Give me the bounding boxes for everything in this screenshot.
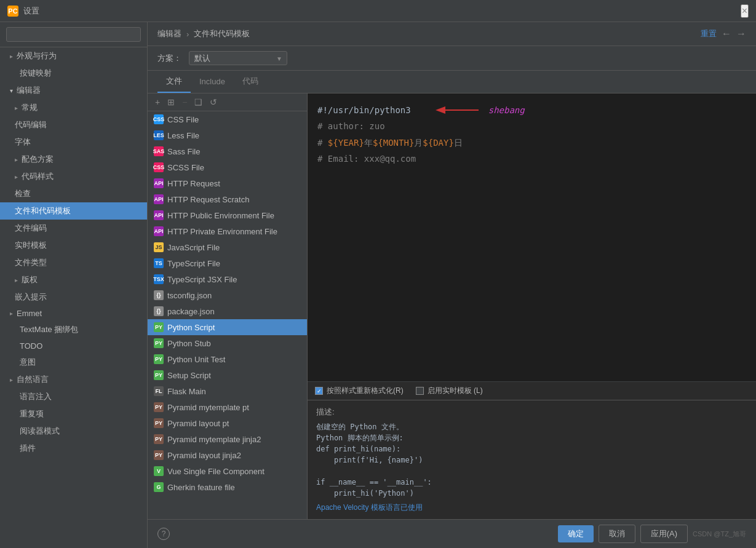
sidebar-item-14[interactable]: 嵌入提示 [0,288,147,306]
app-icon: PC [7,6,18,17]
sidebar-item-20[interactable]: 语言注入 [0,388,147,405]
sidebar-item-16[interactable]: TextMate 捆绑包 [0,321,147,338]
main-layout: ▸外观与行为按键映射▾编辑器▸常规代码编辑字体▸配色方案▸代码样式检查文件和代码… [0,22,756,548]
file-name-pyramidmt: Pyramid mytemplate pt [167,403,249,412]
file-item-sass[interactable]: SASSass File [148,143,307,159]
file-item-vue[interactable]: VVue Single File Component [148,463,307,479]
file-item-less[interactable]: LESLess File [148,127,307,143]
file-item-js[interactable]: JSJavaScript File [148,239,307,255]
file-item-setup[interactable]: PYSetup Script [148,367,307,383]
file-list-items: CSSCSS FileLESLess FileSASSass FileCSSSC… [148,111,307,519]
sidebar-item-10[interactable]: 文件编码 [0,220,147,237]
schema-select[interactable]: 默认 [189,51,287,65]
forward-button[interactable]: → [736,28,746,39]
close-button[interactable]: × [741,4,749,18]
live-template-checkbox[interactable] [416,387,424,395]
editor-code-area[interactable]: #!/usr/bin/python3 shebang [308,93,756,381]
duplicate-file-button[interactable]: ❑ [192,96,205,108]
file-name-pkg: package.json [167,307,215,316]
sidebar-item-23[interactable]: 插件 [0,440,147,457]
file-name-http: HTTP Request [167,179,220,188]
file-item-tsx[interactable]: TSXTypeScript JSX File [148,271,307,287]
sidebar-search-area [0,22,147,47]
code-line-3: # ${YEAR}年${MONTH}月${DAY}日 [317,136,746,149]
file-icon-sass: SAS [154,146,164,156]
sidebar-item-18[interactable]: 意图 [0,354,147,371]
sidebar-item-label-8: 检查 [15,188,31,199]
reset-file-button[interactable]: ↺ [207,96,220,108]
file-item-pkg[interactable]: {}package.json [148,303,307,319]
sidebar-item-11[interactable]: 实时模板 [0,237,147,254]
sidebar-item-21[interactable]: 重复项 [0,405,147,423]
sidebar-item-4[interactable]: 代码编辑 [0,116,147,133]
reformat-checkbox[interactable] [315,387,323,395]
file-icon-pyscript: PY [154,322,164,332]
file-item-tsconfig[interactable]: {}tsconfig.json [148,287,307,303]
footer-right: 确定 取消 应用(A) CSDN @TZ_旭哥 [558,525,746,543]
sidebar-item-19[interactable]: ▸自然语言 [0,371,147,388]
file-item-pyramidlj[interactable]: PYPyramid layout jinja2 [148,447,307,463]
sidebar-item-12[interactable]: 文件类型 [0,254,147,271]
header-actions: 重置 ← → [701,28,746,39]
search-input[interactable] [6,27,141,42]
tab-file[interactable]: 文件 [157,71,191,93]
file-item-ts[interactable]: TSTypeScript File [148,255,307,271]
apply-button[interactable]: 应用(A) [640,525,688,543]
help-button[interactable]: ? [157,528,170,540]
sidebar-item-3[interactable]: ▸常规 [0,99,147,116]
sidebar-item-9[interactable]: 文件和代码模板 [0,202,147,220]
sidebar-item-22[interactable]: 阅读器模式 [0,423,147,440]
sidebar-item-1[interactable]: 按键映射 [0,65,147,82]
sidebar-arrow-icon-15: ▸ [10,310,13,317]
tab-include[interactable]: Include [191,72,234,92]
sidebar-item-8[interactable]: 检查 [0,185,147,202]
split-panel: + ⊞ − ❑ ↺ CSSCSS FileLESLess FileSASSass… [148,93,756,519]
reset-button[interactable]: 重置 [701,28,717,39]
file-item-pyramidmj[interactable]: PYPyramid mytemplate jinja2 [148,431,307,447]
file-list-toolbar: + ⊞ − ❑ ↺ [148,93,307,111]
copy-file-button[interactable]: ⊞ [165,96,177,108]
file-item-httpprv[interactable]: APIHTTP Private Environment File [148,223,307,239]
confirm-button[interactable]: 确定 [558,525,594,542]
file-item-httppub[interactable]: APIHTTP Public Environment File [148,207,307,223]
editor-panel: #!/usr/bin/python3 shebang [308,93,756,519]
footer: ? 确定 取消 应用(A) CSDN @TZ_旭哥 [148,519,756,548]
file-item-gherkin[interactable]: GGherkin feature file [148,479,307,495]
file-icon-pyramidlt: PY [154,418,164,428]
file-item-pytest[interactable]: PYPython Unit Test [148,351,307,367]
file-icon-ts: TS [154,258,164,268]
sidebar-item-13[interactable]: ▸版权 [0,271,147,288]
sidebar-item-17[interactable]: TODO [0,338,147,354]
sidebar-item-label-9: 文件和代码模板 [15,205,71,216]
file-item-pyramidmt[interactable]: PYPyramid mytemplate pt [148,399,307,415]
cancel-button[interactable]: 取消 [599,525,635,543]
file-name-httpprv: HTTP Private Environment File [167,227,277,236]
file-item-pystub[interactable]: PYPython Stub [148,335,307,351]
file-item-scss[interactable]: CSSSCSS File [148,159,307,175]
sidebar-item-2[interactable]: ▾编辑器 [0,82,147,99]
sidebar-item-15[interactable]: ▸Emmet [0,306,147,321]
sidebar-item-7[interactable]: ▸代码样式 [0,168,147,185]
file-item-http[interactable]: APIHTTP Request [148,175,307,191]
sidebar-item-5[interactable]: 字体 [0,133,147,151]
file-item-flask[interactable]: FLFlask Main [148,383,307,399]
back-button[interactable]: ← [722,28,731,39]
file-item-httpscr[interactable]: APIHTTP Request Scratch [148,191,307,207]
sidebar-item-label-18: 意图 [20,357,36,368]
file-name-tsconfig: tsconfig.json [167,291,212,300]
breadcrumb-separator: › [186,30,189,39]
sidebar-item-6[interactable]: ▸配色方案 [0,151,147,168]
sidebar-item-0[interactable]: ▸外观与行为 [0,47,147,65]
add-file-button[interactable]: + [153,96,162,108]
remove-file-button[interactable]: − [180,96,189,108]
file-name-js: JavaScript File [167,243,220,252]
file-item-pyramidlt[interactable]: PYPyramid layout pt [148,415,307,431]
description-link[interactable]: Apache Velocity 模板语言已使用 [316,502,747,513]
file-item-css[interactable]: CSSCSS File [148,111,307,127]
file-name-pyramidlt: Pyramid layout pt [167,419,229,428]
file-item-pyscript[interactable]: PYPython Script [148,319,307,335]
tab-code[interactable]: 代码 [234,71,267,93]
sidebar-arrow-icon-2: ▾ [10,87,13,94]
tabs-row: 文件 Include 代码 [148,71,756,93]
sidebar-item-label-23: 插件 [20,443,36,454]
